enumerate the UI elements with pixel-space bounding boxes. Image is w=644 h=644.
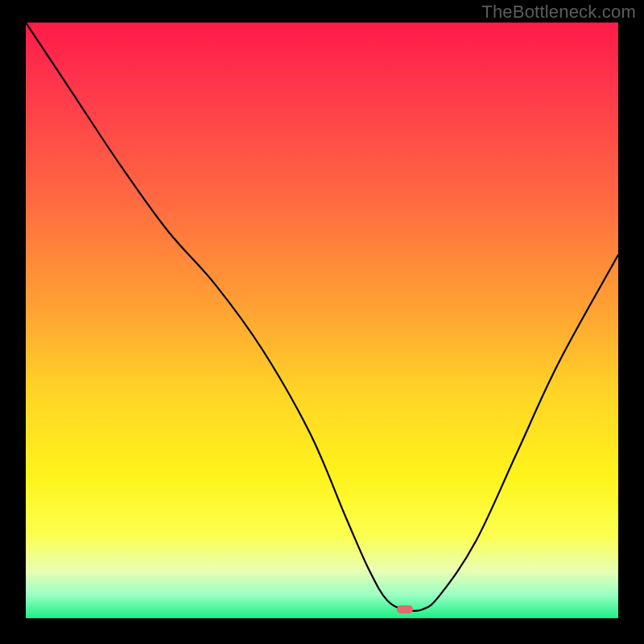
bottleneck-curve (26, 23, 618, 618)
watermark-label: TheBottleneck.com (481, 2, 636, 23)
chart-frame: TheBottleneck.com (0, 0, 644, 644)
optimal-point-marker (397, 605, 413, 613)
plot-area (26, 23, 618, 618)
